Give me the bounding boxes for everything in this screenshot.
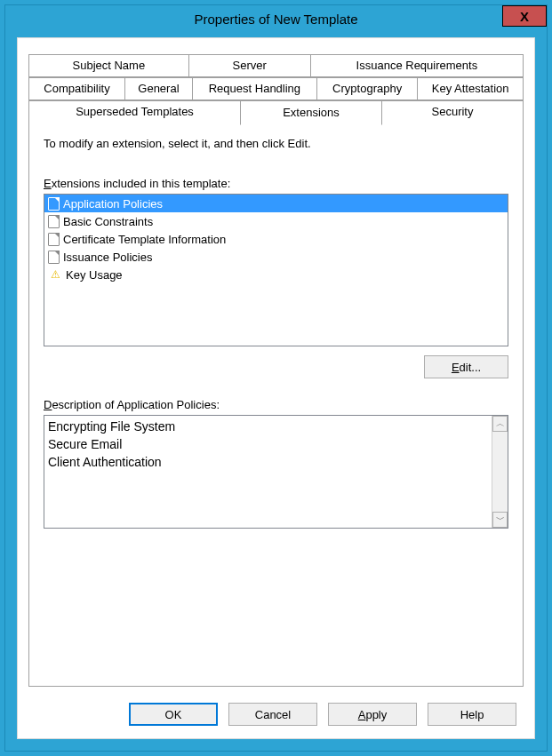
tab-server[interactable]: Server — [188, 54, 311, 77]
tab-strip: Subject Name Server Issuance Requirement… — [28, 54, 524, 123]
document-icon — [48, 233, 60, 246]
extension-item-label: Issuance Policies — [63, 251, 152, 264]
extensions-listbox[interactable]: Application PoliciesBasic ConstraintsCer… — [44, 194, 508, 346]
titlebar[interactable]: Properties of New Template X — [5, 5, 547, 32]
ok-button[interactable]: OK — [129, 703, 218, 726]
tab-compatibility[interactable]: Compatibility — [28, 77, 125, 100]
warning-icon: ⚠ — [48, 267, 62, 282]
tab-cryptography[interactable]: Cryptography — [316, 77, 418, 100]
description-box: Encrypting File SystemSecure EmailClient… — [44, 415, 508, 529]
description-scrollbar[interactable]: ︿ ﹀ — [492, 416, 508, 528]
tab-superseded-templates[interactable]: Superseded Templates — [28, 100, 241, 123]
document-icon — [48, 215, 60, 228]
extension-item-label: Application Policies — [63, 197, 163, 211]
instruction-text: To modify an extension, select it, and t… — [44, 137, 508, 150]
extension-item[interactable]: Certificate Template Information — [44, 230, 508, 248]
tab-page-extensions: To modify an extension, select it, and t… — [28, 123, 524, 687]
dialog-frame: Properties of New Template X Subject Nam… — [4, 4, 548, 752]
dialog-client: Subject Name Server Issuance Requirement… — [17, 37, 535, 739]
dialog-button-row: OK Cancel Apply Help — [18, 703, 534, 726]
tab-subject-name[interactable]: Subject Name — [28, 54, 189, 77]
extension-item-label: Basic Constraints — [63, 215, 153, 228]
tab-key-attestation[interactable]: Key Attestation — [417, 77, 524, 100]
close-button[interactable]: X — [502, 5, 547, 27]
dialog-title: Properties of New Template — [195, 12, 358, 27]
extension-item-label: Key Usage — [66, 268, 123, 282]
extension-item[interactable]: Issuance Policies — [44, 248, 508, 266]
document-icon — [48, 251, 60, 264]
edit-button[interactable]: Edit... — [424, 355, 508, 378]
extension-item[interactable]: Application Policies — [44, 195, 508, 212]
cancel-button[interactable]: Cancel — [228, 703, 317, 726]
document-icon — [48, 197, 60, 211]
extension-item[interactable]: Basic Constraints — [44, 212, 508, 230]
scroll-down-icon[interactable]: ﹀ — [492, 512, 508, 528]
tab-extensions[interactable]: Extensions — [240, 100, 382, 125]
extensions-list-label: Extensions included in this template: — [44, 177, 508, 190]
tab-security[interactable]: Security — [381, 100, 524, 123]
scroll-up-icon[interactable]: ︿ — [492, 416, 508, 432]
tab-general[interactable]: General — [124, 77, 193, 100]
tab-request-handling[interactable]: Request Handling — [192, 77, 317, 100]
tab-issuance-requirements[interactable]: Issuance Requirements — [310, 54, 524, 77]
close-icon: X — [520, 9, 529, 24]
apply-button[interactable]: Apply — [328, 703, 417, 726]
help-button[interactable]: Help — [428, 703, 516, 726]
description-content: Encrypting File SystemSecure EmailClient… — [44, 416, 492, 528]
extension-item[interactable]: ⚠Key Usage — [44, 266, 508, 283]
extension-item-label: Certificate Template Information — [63, 233, 226, 246]
description-label: Description of Application Policies: — [44, 398, 508, 411]
